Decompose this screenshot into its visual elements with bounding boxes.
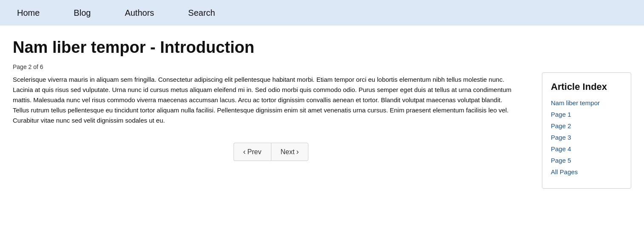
main-layout: Nam liber tempor - Introduction Page 2 o… xyxy=(0,26,644,201)
article-title: Nam liber tempor - Introduction xyxy=(13,38,529,57)
nav-blog[interactable]: Blog xyxy=(74,8,91,18)
nav-search[interactable]: Search xyxy=(188,8,215,18)
index-link-3[interactable]: Page 3 xyxy=(551,134,622,141)
index-link-5[interactable]: Page 5 xyxy=(551,157,622,164)
prev-button[interactable]: Prev xyxy=(234,143,271,161)
sidebar-wrapper: Article Index Nam liber tempor Page 1 Pa… xyxy=(542,38,631,189)
page-info: Page 2 of 6 xyxy=(13,63,529,70)
article-section: Nam liber tempor - Introduction Page 2 o… xyxy=(13,38,529,189)
nav-home[interactable]: Home xyxy=(17,8,40,18)
nav-authors[interactable]: Authors xyxy=(125,8,154,18)
main-nav: Home Blog Authors Search xyxy=(0,0,644,26)
index-link-4[interactable]: Page 4 xyxy=(551,145,622,152)
index-link-1[interactable]: Page 1 xyxy=(551,111,622,118)
index-link-6[interactable]: All Pages xyxy=(551,168,622,175)
next-button[interactable]: Next xyxy=(271,143,309,161)
article-body: Scelerisque viverra mauris in aliquam se… xyxy=(13,75,519,126)
index-link-2[interactable]: Page 2 xyxy=(551,122,622,129)
index-link-0[interactable]: Nam liber tempor xyxy=(551,99,622,106)
article-index-title: Article Index xyxy=(551,81,622,92)
pagination: Prev Next xyxy=(13,143,529,161)
article-index: Article Index Nam liber tempor Page 1 Pa… xyxy=(542,72,631,189)
